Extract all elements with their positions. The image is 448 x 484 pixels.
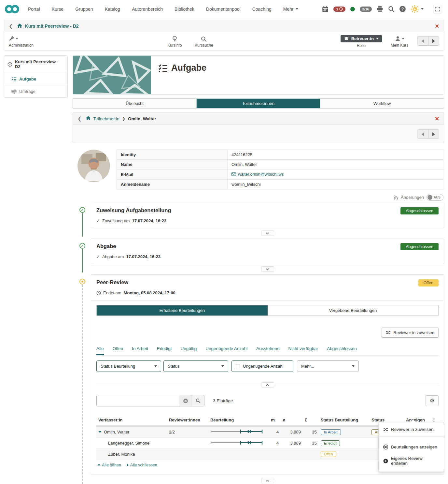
course-toolbar: Administration Kursinfo Kurssuche	[4, 32, 444, 51]
back-chevron-icon[interactable]: ❮	[9, 23, 13, 29]
filter-tab-ungenuegende-anzahl[interactable]: Ungenügende Anzahl	[205, 346, 247, 355]
assign-reviewer-button[interactable]: Reviewer:in zuweisen	[382, 328, 439, 338]
review-boxplot	[208, 426, 269, 438]
more-filters-select[interactable]: Mehr...	[297, 360, 359, 372]
expand-submission-button[interactable]	[261, 266, 274, 272]
open-all-link[interactable]: Alle öffnen	[98, 463, 121, 467]
node-tabs: Übersicht Teilnehmer:innen Workflow	[73, 98, 444, 109]
close-all-link[interactable]: Alle schliessen	[127, 463, 157, 467]
detail-date: 17.07.2024, 16:23	[132, 218, 166, 223]
administration-tool[interactable]: Administration	[9, 35, 38, 48]
collapse-peer-review-button[interactable]	[261, 478, 274, 483]
openolat-page: Portal Kurse Gruppen Katalog Autorenbere…	[0, 0, 448, 484]
changes-row: Änderungen AUS	[73, 194, 443, 201]
status-select[interactable]: Status	[163, 360, 228, 372]
filter-tab-ausstehend[interactable]: Ausstehend	[256, 346, 279, 355]
changes-toggle[interactable]: AUS	[427, 194, 443, 201]
insufficient-count-filter[interactable]: Ungenügende Anzahl	[231, 360, 293, 372]
col-verfasser[interactable]: Verfasser:in	[96, 414, 167, 426]
status-beurteilung-select[interactable]: Status Beurteilung	[96, 360, 161, 372]
filter-tab-offen[interactable]: Offen	[113, 346, 123, 355]
filter-tab-abgeschlossen[interactable]: Abgeschlossen	[327, 346, 357, 355]
entries-count: 3 Einträge	[213, 398, 233, 403]
col-beurteilung[interactable]: Beurteilung	[208, 414, 269, 426]
sidebar-item-umfrage[interactable]: Umfrage	[4, 85, 67, 97]
menu-portal[interactable]: Portal	[28, 7, 40, 12]
progress-badge[interactable]: 2/16	[360, 7, 372, 12]
select-label: Status	[168, 364, 180, 369]
sidebar-item-course-root[interactable]: Kurs mit Peerreview - D2	[4, 56, 67, 73]
close-course-icon[interactable]: ✕	[435, 23, 439, 29]
calendar-icon[interactable]	[322, 6, 329, 12]
prev-button[interactable]	[417, 37, 428, 45]
course-title[interactable]: Kurs mit Peerreview - D2	[25, 23, 79, 29]
role-dropdown-button[interactable]: Betreuer:in	[341, 35, 382, 42]
checkbox-label: Ungenügende Anzahl	[243, 364, 283, 369]
col-status-beurteilung[interactable]: Status Beurteilung	[319, 414, 370, 426]
fullscreen-icon[interactable]	[433, 5, 442, 13]
main-content: Aufgabe Übersicht Teilnehmer:innen Workf…	[73, 55, 444, 484]
col-sum[interactable]: Σ	[303, 414, 319, 426]
collapse-filters-button[interactable]	[261, 382, 274, 388]
col-m[interactable]: m	[269, 414, 281, 426]
menu-bibliothek[interactable]: Bibliothek	[175, 7, 194, 12]
email-link[interactable]: walter.omlin@witschi.ws	[231, 172, 284, 177]
filter-tab-in-arbeit[interactable]: In Arbeit	[132, 346, 148, 355]
next-button[interactable]	[428, 37, 439, 45]
filter-tab-alle[interactable]: Alle	[96, 346, 104, 355]
table-row: E-Mail walter.omlin@witschi.ws	[117, 169, 444, 180]
col-avg[interactable]: ø	[281, 414, 303, 426]
back-chevron-icon[interactable]: ❮	[77, 116, 82, 122]
filter-tab-ungueltig[interactable]: Ungültig	[181, 346, 197, 355]
mein-kurs-tool[interactable]: Mein Kurs	[389, 35, 410, 48]
sidebar-item-aufgabe[interactable]: Aufgabe	[4, 73, 67, 85]
participant-pager-row	[73, 125, 444, 143]
deadline-badge[interactable]: 1	[333, 7, 345, 12]
tab-received-reviews[interactable]: Erhaltene Beurteilungen	[97, 305, 268, 315]
menu-item-create-own-review[interactable]: Eigenes Review erstellen	[379, 453, 444, 469]
filter-tab-erledigt[interactable]: Erledigt	[157, 346, 172, 355]
tab-teilnehmer[interactable]: Teilnehmer:innen	[197, 99, 320, 108]
menu-item-show-reviews[interactable]: Beurteilungen anzeigen	[379, 441, 444, 453]
home-icon[interactable]	[86, 116, 91, 122]
table-search-input[interactable]	[97, 395, 179, 406]
toolbar-center: Kursinfo Kurssuche	[38, 35, 341, 48]
breadcrumb-section[interactable]: Teilnehmer:in	[93, 116, 119, 121]
check-icon: ✓	[96, 254, 100, 259]
tab-given-reviews[interactable]: Vergebene Beurteilungen	[268, 305, 439, 315]
author-name: Omlin, Walter	[104, 430, 129, 434]
user-sun-icon[interactable]	[411, 5, 424, 13]
next-participant-button[interactable]	[428, 130, 439, 139]
arrow-right-icon	[432, 132, 435, 136]
print-icon[interactable]	[377, 6, 383, 12]
collapse-row-icon[interactable]	[98, 431, 102, 433]
menu-dokumentenpool[interactable]: Dokumentenpool	[206, 7, 241, 12]
menu-item-assign-reviewer[interactable]: Reviewer:in zuweisen	[379, 424, 444, 436]
home-icon[interactable]	[17, 23, 22, 29]
profile-table: Identity 424116225 Name Omlin, Walter E-…	[117, 150, 444, 189]
expand-assignment-button[interactable]	[261, 230, 274, 236]
tab-uebersicht[interactable]: Übersicht	[73, 99, 197, 108]
average-value: 3.889	[281, 426, 303, 438]
openolat-logo-icon[interactable]	[5, 5, 20, 14]
col-reviewer[interactable]: Reviewer:innen	[167, 414, 208, 426]
menu-kurse[interactable]: Kurse	[52, 7, 64, 12]
kursinfo-tool[interactable]: Kursinfo	[164, 35, 185, 48]
checkbox[interactable]	[236, 364, 240, 368]
search-submit-icon[interactable]	[192, 395, 204, 406]
kurssuche-tool[interactable]: Kurssuche	[193, 35, 214, 48]
filter-controls: Status Beurteilung Status Ungenügende A	[96, 360, 439, 372]
prev-participant-button[interactable]	[417, 130, 428, 139]
menu-autorenbereich[interactable]: Autorenbereich	[132, 7, 163, 12]
clear-search-icon[interactable]	[179, 395, 192, 406]
tab-workflow[interactable]: Workflow	[320, 99, 444, 108]
close-participant-icon[interactable]: ✕	[435, 116, 439, 122]
menu-katalog[interactable]: Katalog	[105, 7, 120, 12]
menu-gruppen[interactable]: Gruppen	[75, 7, 93, 12]
menu-mehr[interactable]: Mehr	[283, 7, 298, 12]
menu-coaching[interactable]: Coaching	[252, 7, 272, 12]
filter-tab-nicht-verfuegbar[interactable]: Nicht verfügbar	[288, 346, 318, 355]
help-icon[interactable]: ?	[399, 6, 406, 12]
table-settings-button[interactable]: ⚙	[426, 395, 439, 406]
search-icon[interactable]	[388, 6, 395, 12]
